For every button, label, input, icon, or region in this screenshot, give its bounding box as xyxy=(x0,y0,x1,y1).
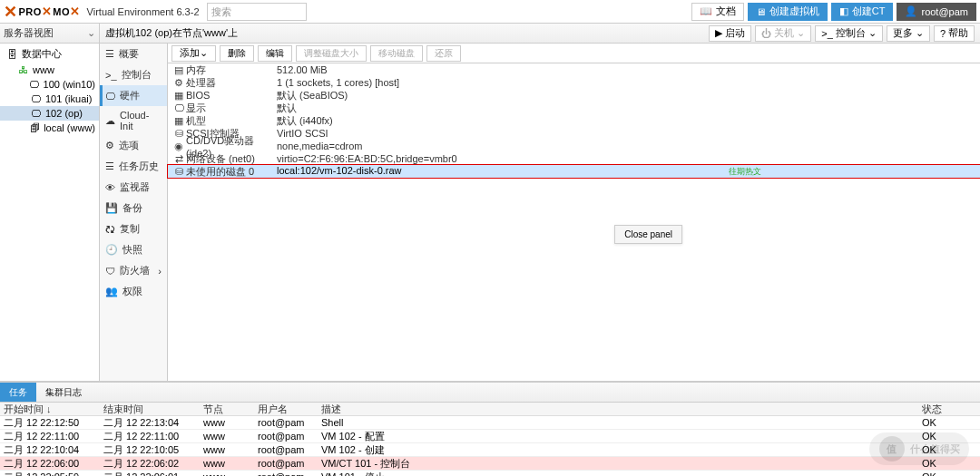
hw-value: 默认 xyxy=(277,102,976,115)
hardware-row[interactable]: ▦BIOS默认 (SeaBIOS) xyxy=(168,89,980,102)
tree-node-www[interactable]: 🖧 www xyxy=(0,63,99,77)
vm-subnav: ☰概要 >_控制台 🖵硬件 ☁Cloud-Init ⚙选项 ☰任务历史 👁监视器… xyxy=(100,44,168,381)
add-button[interactable]: 添加 ⌄ xyxy=(172,45,216,62)
nav-monitor[interactable]: 👁监视器 xyxy=(100,177,167,198)
tree-vm101-label: 101 (ikuai) xyxy=(45,93,92,104)
user-label: root@pam xyxy=(921,6,968,17)
tree-view-selector[interactable]: 服务器视图 ⌄ xyxy=(0,24,99,44)
user-menu-button[interactable]: 👤 root@pam xyxy=(897,3,976,21)
col-user[interactable]: 用户名 xyxy=(258,403,321,416)
start-button[interactable]: ▶启动 xyxy=(709,25,751,42)
nav-console[interactable]: >_控制台 xyxy=(100,64,167,85)
chevron-down-icon: ⌄ xyxy=(797,27,805,39)
cpu-icon: ⚙ xyxy=(172,77,186,89)
chip-icon: ▦ xyxy=(172,115,186,127)
tab-cluster-log[interactable]: 集群日志 xyxy=(36,383,91,402)
nav-replication[interactable]: 🗘复制 xyxy=(100,219,167,239)
hw-value: none,media=cdrom xyxy=(277,141,976,151)
hw-value: 默认 (i440fx) xyxy=(277,114,976,128)
vm-icon: 🖵 xyxy=(29,79,40,90)
sync-icon: 🗘 xyxy=(105,224,115,235)
watermark: 值 什么值得买 xyxy=(869,432,969,465)
tree-datacenter[interactable]: 🗄 数据中心 xyxy=(0,45,99,63)
chevron-down-icon: ⌄ xyxy=(868,27,877,39)
hardware-row[interactable]: ⛁SCSI控制器VirtIO SCSI xyxy=(168,127,980,140)
nav-firewall[interactable]: 🛡防火墙› xyxy=(100,260,167,281)
task-row[interactable]: 二月 12 22:05:59二月 12 22:06:01wwwroot@pamV… xyxy=(0,471,980,476)
create-ct-button[interactable]: ◧ 创建CT xyxy=(831,3,894,21)
create-vm-button[interactable]: 🖥 创建虚拟机 xyxy=(748,3,828,21)
gear-icon: ⚙ xyxy=(105,140,114,151)
display-icon: 🖵 xyxy=(172,102,186,113)
tree-vm-102[interactable]: 🖵 102 (op) xyxy=(0,106,99,121)
play-icon: ▶ xyxy=(715,27,722,39)
nav-taskhistory[interactable]: ☰任务历史 xyxy=(100,156,167,177)
brand-mo: MO xyxy=(53,6,70,17)
nav-cloudinit[interactable]: ☁Cloud-Init xyxy=(100,106,167,135)
hardware-row[interactable]: ⛁未使用的磁盘 0local:102/vm-102-disk-0.raw往期热文 xyxy=(168,165,980,178)
col-end[interactable]: 结束时间 xyxy=(103,403,203,416)
hardware-row[interactable]: ⚙处理器1 (1 sockets, 1 cores) [host] xyxy=(168,76,980,89)
hw-label: 显示 xyxy=(186,102,277,115)
remove-button[interactable]: 删除 xyxy=(220,45,254,62)
shield-icon: 🛡 xyxy=(105,266,115,277)
more-button[interactable]: 更多 ⌄ xyxy=(887,25,930,42)
cloud-icon: ☁ xyxy=(105,115,115,127)
nav-snapshot[interactable]: 🕘快照 xyxy=(100,239,167,260)
task-row[interactable]: 二月 12 22:06:00二月 12 22:06:02wwwroot@pamV… xyxy=(0,457,980,471)
resize-button[interactable]: 调整磁盘大小 xyxy=(296,45,367,62)
tab-tasks[interactable]: 任务 xyxy=(0,383,36,402)
tree-vm-101[interactable]: 🖵 101 (ikuai) xyxy=(0,92,99,106)
col-desc[interactable]: 描述 xyxy=(321,403,922,416)
hw-label: BIOS xyxy=(186,90,277,101)
monitor-icon: 🖵 xyxy=(105,91,115,102)
tree-title: 服务器视图 xyxy=(4,26,54,40)
move-button[interactable]: 移动磁盘 xyxy=(370,45,423,62)
chevron-down-icon: ⌄ xyxy=(916,27,924,39)
shutdown-button[interactable]: ⏻关机 ⌄ xyxy=(755,25,811,42)
hardware-toolbar: 添加 ⌄ 删除 编辑 调整磁盘大小 移动磁盘 还原 xyxy=(168,44,980,63)
close-panel-button[interactable]: Close panel xyxy=(614,225,682,244)
help-button[interactable]: ?帮助 xyxy=(934,25,975,42)
task-row[interactable]: 二月 12 22:11:00二月 12 22:11:00wwwroot@pamV… xyxy=(0,430,980,443)
logo-x-icon: ✕ xyxy=(42,5,53,18)
disk-icon: ⛁ xyxy=(172,166,186,178)
server-icon: 🗄 xyxy=(5,49,18,60)
search-input[interactable]: 搜索 xyxy=(207,3,307,21)
watermark-icon: 值 xyxy=(879,436,905,461)
chip-icon: ▦ xyxy=(172,90,186,102)
edit-button[interactable]: 编辑 xyxy=(258,45,292,62)
hardware-row[interactable]: ⇄网络设备 (net0)virtio=C2:F6:96:EA:BD:5C,bri… xyxy=(168,152,980,165)
nav-hardware[interactable]: 🖵硬件 xyxy=(100,85,167,106)
disk-icon: ⛁ xyxy=(172,128,186,140)
col-start[interactable]: 开始时间 ↓ xyxy=(4,403,103,416)
nav-summary[interactable]: ☰概要 xyxy=(100,44,167,64)
hardware-row[interactable]: 🖵显示默认 xyxy=(168,102,980,114)
hardware-row[interactable]: ◉CD/DVD驱动器 (ide2)none,media=cdrom xyxy=(168,140,980,152)
hw-label: 机型 xyxy=(186,114,277,128)
book-icon: 📖 xyxy=(700,5,712,17)
revert-button[interactable]: 还原 xyxy=(426,45,461,62)
tree-vm-100[interactable]: 🖵 100 (win10) xyxy=(0,77,99,92)
task-row[interactable]: 二月 12 22:12:50二月 12 22:13:04wwwroot@pamS… xyxy=(0,416,980,430)
help-icon: ? xyxy=(940,28,946,39)
col-node[interactable]: 节点 xyxy=(203,403,258,416)
hardware-row[interactable]: ▤内存512.00 MiB xyxy=(168,63,980,76)
app-header: ✕ PRO ✕ MO ✕ Virtual Environment 6.3-2 搜… xyxy=(0,0,980,24)
task-row[interactable]: 二月 12 22:10:04二月 12 22:10:05wwwroot@pamV… xyxy=(0,443,980,457)
mem-icon: ▤ xyxy=(172,64,186,76)
hw-value: local:102/vm-102-disk-0.raw往期热文 xyxy=(277,165,976,178)
console-button[interactable]: >_控制台 ⌄ xyxy=(815,25,883,42)
nav-options[interactable]: ⚙选项 xyxy=(100,135,167,156)
hardware-row[interactable]: ▦机型默认 (i440fx) xyxy=(168,114,980,127)
logo-x-icon: ✕ xyxy=(70,5,81,18)
col-status[interactable]: 状态 xyxy=(922,403,976,416)
list-icon: ☰ xyxy=(105,160,114,172)
nav-backup[interactable]: 💾备份 xyxy=(100,198,167,219)
terminal-icon: >_ xyxy=(105,70,117,81)
tasks-panel: 任务 集群日志 开始时间 ↓ 结束时间 节点 用户名 描述 状态 二月 12 2… xyxy=(0,381,980,476)
nav-permissions[interactable]: 👥权限 xyxy=(100,281,167,302)
docs-button[interactable]: 📖 文档 xyxy=(691,3,744,21)
tree-storage-local[interactable]: 🗐 local (www) xyxy=(0,121,99,135)
hw-value: 1 (1 sockets, 1 cores) [host] xyxy=(277,77,976,88)
